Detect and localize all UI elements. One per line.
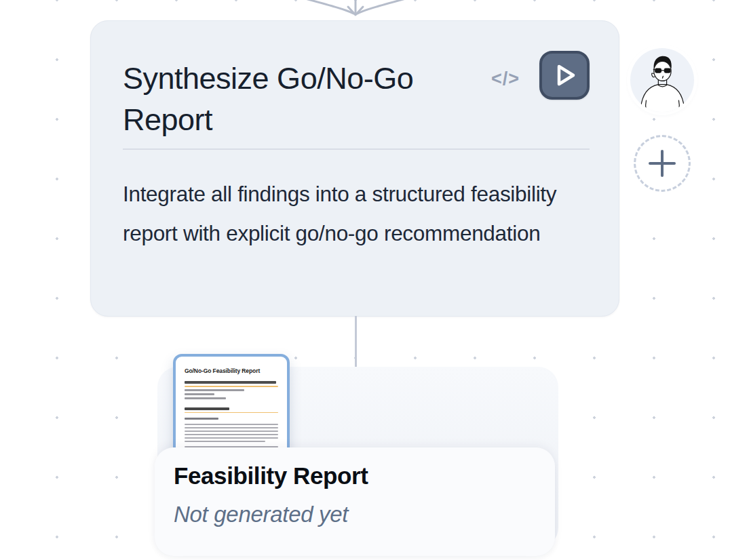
play-icon (549, 60, 580, 91)
avatar-person-icon (630, 48, 694, 112)
doc-section-heading (185, 407, 229, 410)
code-icon[interactable]: </> (488, 64, 523, 94)
plus-icon (646, 147, 678, 180)
output-title: Feasibility Report (174, 462, 368, 489)
workflow-canvas[interactable]: Synthesize Go/No-Go Report </> Integrate… (0, 0, 730, 560)
run-node-button[interactable] (539, 51, 590, 100)
incoming-edge-arrow-icon (0, 0, 730, 23)
doc-rule (185, 412, 278, 414)
doc-meta-line (185, 393, 214, 395)
doc-meta-line (185, 397, 226, 399)
node-output-connector (355, 316, 357, 367)
doc-body-line (185, 431, 278, 432)
doc-body-line (185, 434, 278, 435)
doc-meta-line (185, 389, 244, 391)
doc-body-line (185, 427, 278, 428)
doc-body-line (185, 437, 278, 439)
output-status: Not generated yet (174, 502, 348, 527)
node-title: Synthesize Go/No-Go Report (123, 58, 503, 140)
add-node-button[interactable] (634, 135, 691, 192)
doc-body-line (185, 424, 278, 425)
node-description: Integrate all findings into a structured… (123, 175, 576, 253)
doc-verdict-line (185, 418, 218, 420)
doc-body-line (185, 441, 265, 442)
doc-rule (185, 386, 278, 387)
doc-subtitle-line (185, 381, 276, 384)
output-card-feasibility-report[interactable]: Feasibility Report Not generated yet (155, 447, 555, 556)
document-preview-title: Go/No-Go Feasibility Report (185, 367, 278, 374)
node-card-synthesize-report[interactable]: Synthesize Go/No-Go Report </> Integrate… (90, 20, 619, 317)
assignee-avatar[interactable] (630, 48, 694, 112)
divider (123, 148, 590, 150)
